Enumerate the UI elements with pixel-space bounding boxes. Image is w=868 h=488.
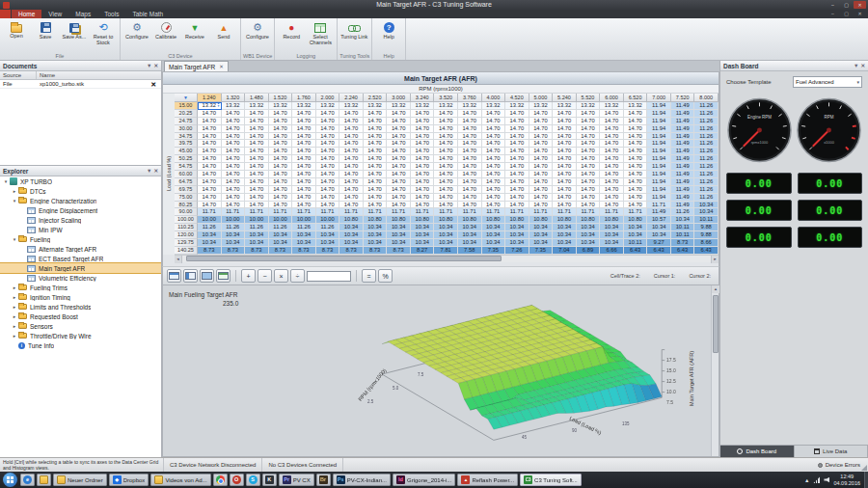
afr-cell[interactable]: 7.04 [553,247,577,255]
afr-cell[interactable]: 13.32 [577,102,601,110]
column-header[interactable]: 8.000 [694,94,719,102]
afr-cell[interactable]: 14.70 [577,194,601,202]
surface-plot[interactable] [341,293,689,447]
scroll-right-icon[interactable] [711,256,719,263]
afr-cell[interactable]: 14.70 [316,186,340,194]
afr-cell[interactable]: 14.70 [600,155,624,163]
afr-cell[interactable]: 10.34 [198,239,222,247]
afr-cell[interactable]: 14.70 [553,125,577,133]
afr-cell[interactable]: 10.34 [339,231,364,239]
afr-cell[interactable]: 11.94 [647,194,671,202]
afr-cell[interactable]: 11.49 [671,163,695,171]
taskbar-icon-opera[interactable]: O [230,474,244,486]
afr-cell[interactable]: 11.26 [694,155,719,163]
tree-item-tune-info[interactable]: Tune Info [0,340,161,350]
afr-cell[interactable]: 10.34 [624,231,648,239]
tab-dash-board[interactable]: Dash Board [720,446,795,457]
afr-cell[interactable]: 6.43 [671,247,695,255]
afr-cell[interactable]: 8.27 [411,247,435,255]
volume-icon[interactable] [824,477,829,483]
tab-maps[interactable]: Maps [68,10,97,18]
afr-cell[interactable]: 14.70 [339,118,364,125]
afr-cell[interactable]: 14.70 [600,118,624,125]
afr-cell[interactable]: 10.34 [553,239,577,247]
smooth-table-button[interactable] [216,269,231,283]
afr-cell[interactable]: 14.70 [222,148,246,155]
afr-cell[interactable]: 10.80 [577,216,601,224]
afr-cell[interactable]: 14.70 [364,186,388,194]
afr-cell[interactable]: 14.70 [364,133,388,141]
divide-button[interactable]: ÷ [290,269,305,283]
afr-cell[interactable]: 14.70 [316,163,340,171]
taskbar-icon-chrome[interactable] [213,474,228,486]
tree-item-ect-based-target-afr[interactable]: ECT Based Target AFR [0,254,161,263]
column-header[interactable]: 4.000 [482,94,506,102]
afr-cell[interactable]: 10.00 [269,216,293,224]
afr-cell[interactable]: 14.70 [269,163,293,171]
afr-cell[interactable]: 14.70 [411,186,435,194]
caret-icon[interactable]: ▾ [3,178,9,184]
afr-cell[interactable]: 14.70 [222,155,246,163]
afr-cell[interactable]: 14.70 [482,186,506,194]
afr-cell[interactable]: 14.70 [269,133,293,141]
row-header[interactable]: 69.75 [175,186,198,194]
afr-cell[interactable]: 14.70 [269,186,293,194]
row-header[interactable]: 75.00 [175,194,198,202]
taskbar-button-pv-cx-indian[interactable]: PsPV-CX-Indian... [333,474,391,486]
close-panel-icon[interactable] [153,62,158,70]
minimize-button[interactable] [827,1,839,9]
scroll-up-icon[interactable]: ▲ [712,285,719,293]
afr-cell[interactable]: 11.49 [671,102,695,110]
afr-cell[interactable]: 10.34 [222,231,246,239]
column-header[interactable]: 7.000 [647,94,671,102]
afr-cell[interactable]: 11.71 [600,208,624,216]
afr-cell[interactable]: 14.70 [198,110,222,118]
taskbar-button-dropbox[interactable]: Dropbox [109,474,149,486]
caret-icon[interactable]: ▸ [12,294,17,300]
afr-cell[interactable]: 10.34 [316,239,340,247]
afr-cell[interactable]: 13.32 [458,102,482,110]
afr-cell[interactable]: 14.70 [364,194,388,202]
afr-cell[interactable]: 14.70 [387,133,411,141]
column-header[interactable]: 1.480 [245,94,269,102]
afr-cell[interactable]: 14.70 [458,202,482,209]
afr-cell[interactable]: 8.73 [316,247,340,255]
afr-cell[interactable]: 14.70 [434,202,458,209]
afr-cell[interactable]: 7.35 [529,247,554,255]
afr-cell[interactable]: 14.70 [222,178,246,186]
afr-cell[interactable]: 11.71 [482,208,506,216]
column-header[interactable]: 2.000 [316,94,340,102]
afr-cell[interactable]: 14.70 [316,148,340,155]
column-header[interactable]: 4.520 [505,94,529,102]
afr-cell[interactable]: 10.34 [364,231,388,239]
afr-cell[interactable]: 14.70 [624,178,648,186]
afr-cell[interactable]: 10.34 [482,231,506,239]
afr-cell[interactable]: 10.80 [482,216,506,224]
tree-item-main-target-afr[interactable]: Main Target AFR [0,263,161,273]
scroll-left-icon[interactable] [175,256,182,263]
afr-cell[interactable]: 14.70 [316,140,340,148]
afr-cell[interactable]: 14.70 [624,186,648,194]
afr-cell[interactable]: 10.34 [482,239,506,247]
afr-cell[interactable]: 7.35 [482,247,506,255]
afr-cell[interactable]: 11.26 [694,102,719,110]
taskbar-icon-media[interactable]: K [262,474,277,486]
afr-cell[interactable]: 14.70 [387,125,411,133]
afr-cell[interactable]: 14.70 [222,186,246,194]
afr-cell[interactable]: 6.43 [647,247,671,255]
afr-cell[interactable]: 11.94 [647,155,671,163]
afr-cell[interactable]: 14.70 [411,171,435,178]
afr-cell[interactable]: 14.70 [411,118,435,125]
afr-cell[interactable]: 10.00 [245,216,269,224]
afr-cell[interactable]: 10.34 [529,231,554,239]
afr-cell[interactable]: 14.70 [529,110,554,118]
afr-cell[interactable]: 11.71 [222,208,246,216]
afr-cell[interactable]: 14.70 [600,140,624,148]
afr-cell[interactable]: 10.34 [458,231,482,239]
afr-cell[interactable]: 10.80 [553,216,577,224]
afr-cell[interactable]: 14.70 [505,110,529,118]
close-button[interactable] [854,1,866,9]
column-header[interactable]: 5.240 [553,94,577,102]
afr-cell[interactable]: 11.71 [458,208,482,216]
afr-cell[interactable]: 14.70 [434,194,458,202]
